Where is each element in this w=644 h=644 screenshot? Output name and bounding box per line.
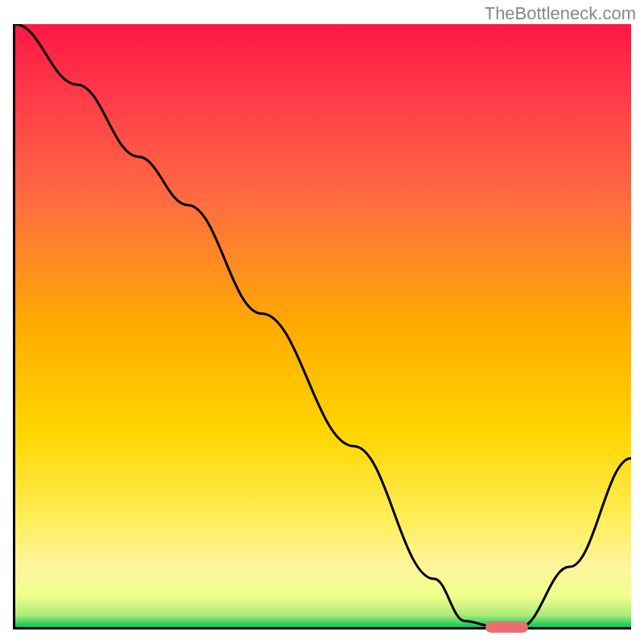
chart-plot-area	[13, 24, 631, 630]
chart-curve	[15, 24, 631, 627]
watermark-text: TheBottleneck.com	[485, 3, 636, 24]
optimal-range-marker	[485, 621, 529, 633]
